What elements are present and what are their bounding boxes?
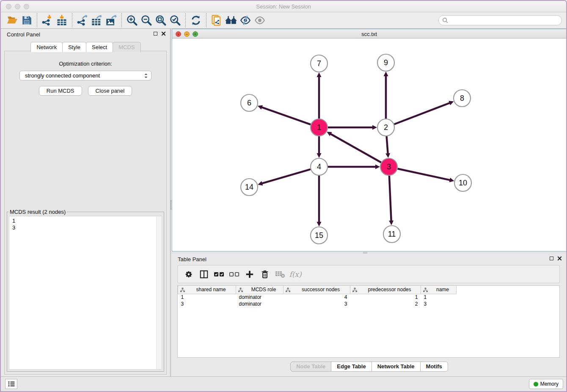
table-cell[interactable]: 1 <box>421 294 457 301</box>
toolbar-separator <box>185 13 186 28</box>
graph-edge-arrow <box>317 72 322 77</box>
hide-selected-icon[interactable] <box>238 14 253 27</box>
add-column-icon[interactable] <box>242 267 257 282</box>
memory-label: Memory <box>540 381 559 387</box>
select-all-icon[interactable] <box>212 267 227 282</box>
node-table: shared nameMCDS rolesuccessor nodesprede… <box>177 285 560 358</box>
zoom-in-icon[interactable] <box>125 14 139 27</box>
mcds-result-list[interactable]: 13 <box>9 216 162 370</box>
tab-network[interactable]: Network <box>30 42 63 52</box>
column-header-predecessor-nodes[interactable]: predecessor nodes <box>350 286 421 294</box>
float-table-panel-icon[interactable] <box>550 257 553 260</box>
table-cell[interactable]: 4 <box>284 294 350 301</box>
table-panel-title: Table Panel <box>178 256 206 262</box>
graph-edge-2-3[interactable] <box>387 136 388 154</box>
column-header-name[interactable]: name <box>421 286 457 294</box>
memory-button[interactable]: Memory <box>529 379 563 389</box>
function-builder-icon[interactable]: f(x) <box>288 267 303 282</box>
graph-edge-arrow <box>317 222 322 226</box>
clone-network-icon[interactable] <box>209 14 224 27</box>
control-panel-title: Control Panel <box>7 31 40 38</box>
export-table-icon[interactable] <box>90 14 104 27</box>
column-header-successor-nodes[interactable]: successor nodes <box>284 286 350 294</box>
float-panel-icon[interactable] <box>154 32 157 36</box>
run-mcds-button[interactable]: Run MCDS <box>39 86 82 96</box>
table-row[interactable]: 1dominator411 <box>178 294 457 301</box>
status-bar: Memory <box>1 376 566 391</box>
graph-edge-arrow <box>384 72 388 76</box>
graph-edge-arrow <box>385 153 390 158</box>
zoom-out-icon[interactable] <box>139 14 154 27</box>
graph-edge-2-8[interactable] <box>394 103 450 124</box>
task-history-icon[interactable] <box>5 379 17 389</box>
graph-edge-4-14[interactable] <box>261 169 311 184</box>
close-panel-icon[interactable] <box>161 31 166 36</box>
tab-network-table[interactable]: Network Table <box>372 362 421 372</box>
apply-layout-icon[interactable] <box>189 14 203 27</box>
graph-node-label: 6 <box>247 99 251 107</box>
show-hidden-icon[interactable] <box>253 14 267 27</box>
table-cell[interactable]: 3 <box>421 301 457 307</box>
graph-edge-3-10[interactable] <box>398 168 451 180</box>
table-cell[interactable]: 2 <box>350 301 421 307</box>
graph-node-label: 7 <box>317 59 321 68</box>
tab-style[interactable]: Style <box>62 42 86 52</box>
delete-table-icon[interactable] <box>272 267 288 282</box>
graph-edge-1-6[interactable] <box>261 107 311 124</box>
open-session-icon[interactable] <box>5 14 19 27</box>
graph-node-label: 2 <box>384 123 388 132</box>
result-line: 3 <box>12 224 162 231</box>
network-view-title: scc.txt <box>172 31 566 37</box>
zoom-fit-icon[interactable] <box>154 14 168 27</box>
import-table-icon[interactable] <box>55 14 69 27</box>
close-panel-button[interactable]: Close panel <box>88 86 132 96</box>
toolbar-separator <box>206 13 206 28</box>
tab-edge-table[interactable]: Edge Table <box>331 362 372 372</box>
network-canvas[interactable]: 7968124314101511 <box>172 39 566 251</box>
main-toolbar <box>1 12 566 29</box>
result-scrollbar[interactable] <box>156 216 162 369</box>
table-cell[interactable]: dominator <box>236 294 284 301</box>
export-network-icon[interactable] <box>75 14 90 27</box>
tab-select[interactable]: Select <box>86 42 113 52</box>
tab-node-table[interactable]: Node Table <box>290 362 331 372</box>
import-network-icon[interactable] <box>40 14 55 27</box>
graph-node-label: 3 <box>387 163 391 171</box>
delete-column-icon[interactable] <box>257 267 272 282</box>
table-cell[interactable]: dominator <box>236 301 284 307</box>
mcds-result-group: MCDS result (2 nodes) 13 <box>7 209 164 372</box>
table-cell[interactable]: 3 <box>178 301 236 307</box>
table-cell[interactable]: 1 <box>350 294 421 301</box>
graph-edge-3-1[interactable] <box>330 134 381 163</box>
save-session-icon[interactable] <box>19 14 34 27</box>
optimization-criterion-select[interactable]: strongly connected component <box>19 71 151 80</box>
search-input[interactable] <box>451 17 558 23</box>
table-cell[interactable]: 3 <box>284 301 350 307</box>
network-view-titlebar[interactable]: x − + scc.txt <box>172 29 566 39</box>
node-table-header[interactable]: shared nameMCDS rolesuccessor nodesprede… <box>178 286 457 294</box>
show-all-icon[interactable] <box>224 14 238 27</box>
network-graph[interactable]: 7968124314101511 <box>172 39 566 251</box>
column-header-MCDS-role[interactable]: MCDS role <box>236 286 284 294</box>
export-image-icon[interactable] <box>104 14 118 27</box>
deselect-all-icon[interactable] <box>227 267 242 282</box>
graph-edge-arrow <box>372 125 377 130</box>
tab-mcds[interactable]: MCDS <box>113 42 140 52</box>
column-header-shared-name[interactable]: shared name <box>178 286 236 294</box>
table-toolbar: f(x) <box>177 265 560 283</box>
table-cell[interactable]: 1 <box>178 294 236 301</box>
column-type-icon <box>238 287 243 293</box>
zoom-selected-icon[interactable] <box>168 14 182 27</box>
close-table-panel-icon[interactable] <box>557 256 562 261</box>
table-row[interactable]: 3dominator323 <box>178 301 457 307</box>
search-box <box>438 15 562 25</box>
column-visibility-icon[interactable] <box>196 267 212 282</box>
column-type-icon <box>285 287 291 293</box>
toolbar-separator <box>121 13 122 28</box>
graph-edge-3-11[interactable] <box>389 176 391 221</box>
table-settings-gear-icon[interactable] <box>181 267 196 282</box>
tab-motifs[interactable]: Motifs <box>420 362 448 372</box>
window-title: Session: New Session <box>1 3 566 10</box>
optimization-criterion-label: Optimization criterion: <box>5 61 166 67</box>
graph-node-label: 14 <box>245 183 253 191</box>
